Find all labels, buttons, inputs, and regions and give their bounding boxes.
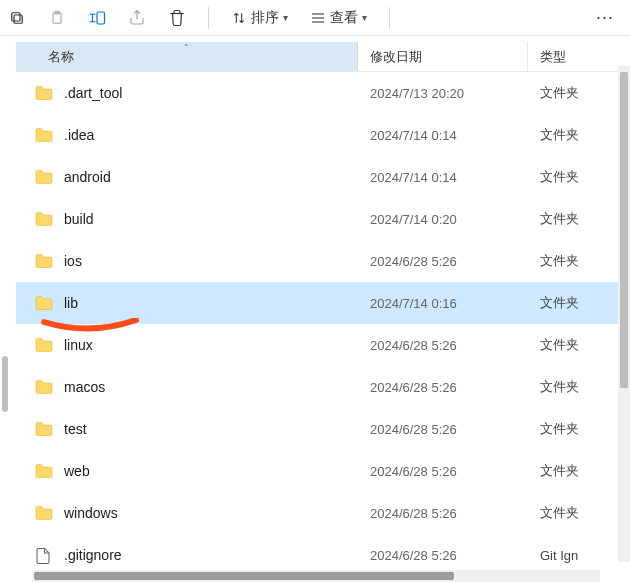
cell-type: 文件夹 (528, 378, 630, 396)
folder-icon (34, 379, 54, 395)
left-gutter (0, 36, 16, 582)
file-name-label: build (64, 211, 94, 227)
cell-date: 2024/6/28 5:26 (358, 254, 528, 269)
file-row[interactable]: windows2024/6/28 5:26文件夹 (16, 492, 630, 534)
cell-date: 2024/6/28 5:26 (358, 338, 528, 353)
vertical-scroll-thumb[interactable] (620, 72, 628, 388)
file-name-label: linux (64, 337, 93, 353)
more-icon[interactable]: ··· (596, 7, 622, 28)
folder-icon (34, 169, 54, 185)
file-name-label: windows (64, 505, 118, 521)
svg-rect-4 (97, 12, 105, 24)
cell-type: 文件夹 (528, 294, 630, 312)
folder-icon (34, 85, 54, 101)
file-row[interactable]: android2024/7/14 0:14文件夹 (16, 156, 630, 198)
sort-indicator-icon: ˄ (184, 43, 189, 53)
svg-rect-0 (14, 15, 22, 23)
svg-rect-1 (12, 12, 20, 20)
view-action[interactable]: 查看 ▾ (310, 9, 367, 27)
file-row[interactable]: lib2024/7/14 0:16文件夹 (16, 282, 630, 324)
column-header-date-label: 修改日期 (370, 48, 422, 66)
cell-name: test (16, 421, 358, 437)
cell-date: 2024/7/14 0:14 (358, 170, 528, 185)
folder-icon (34, 337, 54, 353)
cell-date: 2024/6/28 5:26 (358, 422, 528, 437)
main-area: ˄ 名称 修改日期 类型 .dart_tool2024/7/13 20:20文件… (0, 36, 630, 582)
cell-type: 文件夹 (528, 504, 630, 522)
cell-name: .gitignore (16, 547, 358, 563)
folder-icon (34, 253, 54, 269)
file-row[interactable]: linux2024/6/28 5:26文件夹 (16, 324, 630, 366)
clipboard-icon[interactable] (48, 9, 66, 27)
column-header-type-label: 类型 (540, 48, 566, 66)
file-name-label: android (64, 169, 111, 185)
rename-icon[interactable] (88, 9, 106, 27)
file-row[interactable]: .idea2024/7/14 0:14文件夹 (16, 114, 630, 156)
file-name-label: .idea (64, 127, 94, 143)
file-name-label: web (64, 463, 90, 479)
cell-type: Git Ign (528, 548, 630, 563)
cell-type: 文件夹 (528, 420, 630, 438)
chevron-down-icon: ▾ (283, 12, 288, 23)
cell-date: 2024/7/13 20:20 (358, 86, 528, 101)
cell-type: 文件夹 (528, 336, 630, 354)
folder-icon (34, 421, 54, 437)
folder-icon (34, 211, 54, 227)
cell-type: 文件夹 (528, 84, 630, 102)
cell-name: .dart_tool (16, 85, 358, 101)
file-area: ˄ 名称 修改日期 类型 .dart_tool2024/7/13 20:20文件… (16, 36, 630, 582)
file-row[interactable]: macos2024/6/28 5:26文件夹 (16, 366, 630, 408)
sort-action[interactable]: 排序 ▾ (231, 9, 288, 27)
cell-date: 2024/6/28 5:26 (358, 380, 528, 395)
horizontal-scrollbar[interactable] (32, 570, 600, 582)
cell-name: linux (16, 337, 358, 353)
cell-name: android (16, 169, 358, 185)
horizontal-scroll-thumb[interactable] (34, 572, 454, 580)
folder-icon (34, 127, 54, 143)
file-name-label: lib (64, 295, 78, 311)
cell-type: 文件夹 (528, 462, 630, 480)
file-row[interactable]: ios2024/6/28 5:26文件夹 (16, 240, 630, 282)
toolbar-left (8, 9, 186, 27)
file-row[interactable]: build2024/7/14 0:20文件夹 (16, 198, 630, 240)
column-header-type[interactable]: 类型 (528, 42, 630, 71)
file-name-label: .gitignore (64, 547, 122, 563)
file-name-label: ios (64, 253, 82, 269)
toolbar-divider (208, 7, 209, 29)
file-row[interactable]: web2024/6/28 5:26文件夹 (16, 450, 630, 492)
file-name-label: macos (64, 379, 105, 395)
cell-date: 2024/6/28 5:26 (358, 464, 528, 479)
share-icon[interactable] (128, 9, 146, 27)
cell-name: lib (16, 295, 358, 311)
column-header-date[interactable]: 修改日期 (358, 42, 528, 71)
cell-type: 文件夹 (528, 168, 630, 186)
cell-name: macos (16, 379, 358, 395)
file-list: .dart_tool2024/7/13 20:20文件夹.idea2024/7/… (16, 72, 630, 576)
cell-name: ios (16, 253, 358, 269)
chevron-down-icon: ▾ (362, 12, 367, 23)
copy-icon[interactable] (8, 9, 26, 27)
column-header-name[interactable]: ˄ 名称 (16, 42, 358, 71)
column-header-name-label: 名称 (48, 48, 74, 66)
cell-type: 文件夹 (528, 126, 630, 144)
file-row[interactable]: test2024/6/28 5:26文件夹 (16, 408, 630, 450)
trash-icon[interactable] (168, 9, 186, 27)
vertical-scrollbar[interactable] (618, 66, 630, 562)
cell-type: 文件夹 (528, 252, 630, 270)
cell-name: windows (16, 505, 358, 521)
cell-name: web (16, 463, 358, 479)
sort-label: 排序 (251, 9, 279, 27)
file-row[interactable]: .dart_tool2024/7/13 20:20文件夹 (16, 72, 630, 114)
cell-date: 2024/6/28 5:26 (358, 506, 528, 521)
file-icon (34, 547, 54, 563)
view-label: 查看 (330, 9, 358, 27)
toolbar: 排序 ▾ 查看 ▾ ··· (0, 0, 630, 36)
cell-date: 2024/7/14 0:14 (358, 128, 528, 143)
toolbar-divider (389, 7, 390, 29)
cell-name: .idea (16, 127, 358, 143)
cell-name: build (16, 211, 358, 227)
folder-icon (34, 295, 54, 311)
folder-icon (34, 463, 54, 479)
cell-type: 文件夹 (528, 210, 630, 228)
cell-date: 2024/6/28 5:26 (358, 548, 528, 563)
